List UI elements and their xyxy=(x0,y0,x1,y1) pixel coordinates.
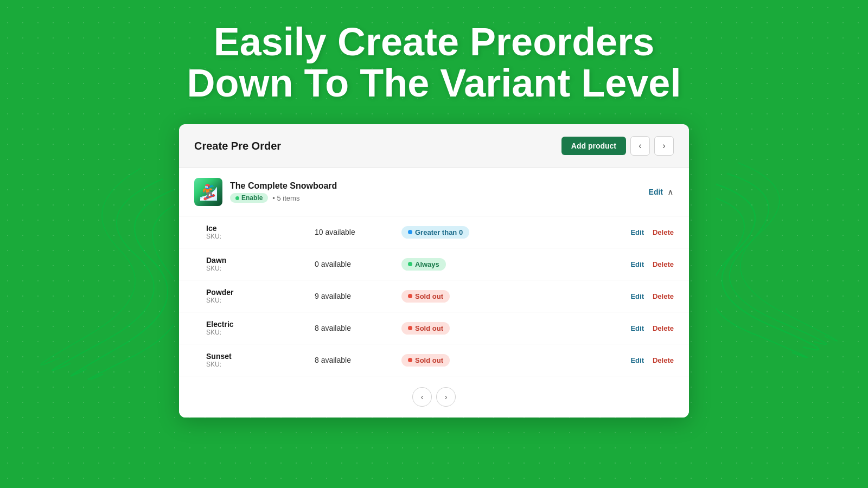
product-actions: Edit ∧ xyxy=(649,187,674,197)
enable-dot xyxy=(235,196,239,200)
variant-actions: Edit Delete xyxy=(609,356,674,364)
variant-edit-link[interactable]: Edit xyxy=(630,324,644,332)
variant-name-col: Dawn SKU: xyxy=(206,256,315,272)
variant-sku: SKU: xyxy=(206,361,315,368)
product-emoji: 🏂 xyxy=(199,183,218,201)
variant-delete-link[interactable]: Delete xyxy=(653,324,674,332)
variant-delete-link[interactable]: Delete xyxy=(653,292,674,300)
variant-availability: 0 available xyxy=(315,260,401,268)
status-label: Greater than 0 xyxy=(415,228,463,236)
chevron-left-icon: ‹ xyxy=(639,141,641,151)
pagination-prev-button[interactable]: ‹ xyxy=(412,387,432,407)
status-dot xyxy=(408,326,412,330)
status-label: Always xyxy=(415,260,439,268)
status-label: Sold out xyxy=(415,292,443,300)
card-header: Create Pre Order Add product ‹ › xyxy=(179,124,689,168)
table-row: Sunset SKU: 8 available Sold out Edit De… xyxy=(179,344,689,376)
pagination-next-button[interactable]: › xyxy=(436,387,456,407)
product-header: 🏂 The Complete Snowboard Enable • 5 item… xyxy=(179,168,689,216)
product-items: • 5 items xyxy=(272,194,299,202)
variant-actions: Edit Delete xyxy=(609,324,674,332)
status-dot xyxy=(408,262,412,266)
product-name: The Complete Snowboard xyxy=(230,181,641,191)
card-body: 🏂 The Complete Snowboard Enable • 5 item… xyxy=(179,168,689,418)
variant-status-col: Greater than 0 xyxy=(401,226,609,239)
card-title: Create Pre Order xyxy=(194,140,281,152)
enable-badge: Enable xyxy=(230,193,268,203)
product-info: The Complete Snowboard Enable • 5 items xyxy=(230,181,641,203)
status-badge: Sold out xyxy=(401,322,450,335)
variant-availability: 8 available xyxy=(315,324,401,332)
status-dot xyxy=(408,230,412,234)
table-row: Ice SKU: 10 available Greater than 0 Edi… xyxy=(179,216,689,248)
variant-name-col: Ice SKU: xyxy=(206,224,315,240)
hero-title: Easily Create Preorders Down To The Vari… xyxy=(155,22,714,104)
status-dot xyxy=(408,294,412,298)
variant-actions: Edit Delete xyxy=(609,292,674,300)
variant-name-col: Electric SKU: xyxy=(206,320,315,336)
variant-availability: 8 available xyxy=(315,356,401,364)
variant-sku: SKU: xyxy=(206,265,315,272)
variant-delete-link[interactable]: Delete xyxy=(653,260,674,268)
table-row: Powder SKU: 9 available Sold out Edit De… xyxy=(179,280,689,312)
variant-name: Sunset xyxy=(206,352,315,361)
chevron-up-icon[interactable]: ∧ xyxy=(667,187,674,197)
variant-name-col: Sunset SKU: xyxy=(206,352,315,368)
variant-name: Ice xyxy=(206,224,315,233)
main-card: Create Pre Order Add product ‹ › 🏂 The C… xyxy=(179,124,689,418)
status-badge: Sold out xyxy=(401,290,450,303)
status-dot xyxy=(408,358,412,362)
variant-actions: Edit Delete xyxy=(609,228,674,236)
pagination-next-icon: › xyxy=(445,393,448,401)
product-meta: Enable • 5 items xyxy=(230,193,641,203)
variant-availability: 10 available xyxy=(315,228,401,236)
variant-sku: SKU: xyxy=(206,329,315,336)
variant-edit-link[interactable]: Edit xyxy=(630,356,644,364)
variant-name: Electric xyxy=(206,320,315,329)
pagination-row: ‹ › xyxy=(179,376,689,418)
pagination-prev-icon: ‹ xyxy=(421,393,424,401)
variant-sku: SKU: xyxy=(206,233,315,240)
variant-status-col: Always xyxy=(401,258,609,271)
table-row: Dawn SKU: 0 available Always Edit Delete xyxy=(179,248,689,280)
status-badge: Sold out xyxy=(401,354,450,367)
enable-label: Enable xyxy=(241,194,263,202)
status-label: Sold out xyxy=(415,356,443,364)
chevron-right-icon: › xyxy=(662,141,665,151)
variant-edit-link[interactable]: Edit xyxy=(630,260,644,268)
variant-actions: Edit Delete xyxy=(609,260,674,268)
header-actions: Add product ‹ › xyxy=(561,136,674,156)
variant-edit-link[interactable]: Edit xyxy=(630,292,644,300)
variant-edit-link[interactable]: Edit xyxy=(630,228,644,236)
variant-delete-link[interactable]: Delete xyxy=(653,228,674,236)
product-image: 🏂 xyxy=(194,178,222,206)
variant-availability: 9 available xyxy=(315,292,401,300)
variant-name-col: Powder SKU: xyxy=(206,288,315,304)
variant-status-col: Sold out xyxy=(401,354,609,367)
status-label: Sold out xyxy=(415,324,443,332)
next-button[interactable]: › xyxy=(654,136,674,156)
prev-button[interactable]: ‹ xyxy=(630,136,650,156)
variant-delete-link[interactable]: Delete xyxy=(653,356,674,364)
variant-name: Powder xyxy=(206,288,315,297)
variant-sku: SKU: xyxy=(206,297,315,304)
variant-status-col: Sold out xyxy=(401,322,609,335)
status-badge: Greater than 0 xyxy=(401,226,469,239)
table-row: Electric SKU: 8 available Sold out Edit … xyxy=(179,312,689,344)
product-edit-link[interactable]: Edit xyxy=(649,188,663,196)
variant-status-col: Sold out xyxy=(401,290,609,303)
variant-name: Dawn xyxy=(206,256,315,265)
status-badge: Always xyxy=(401,258,446,271)
add-product-button[interactable]: Add product xyxy=(561,137,626,155)
variants-table: Ice SKU: 10 available Greater than 0 Edi… xyxy=(179,216,689,376)
